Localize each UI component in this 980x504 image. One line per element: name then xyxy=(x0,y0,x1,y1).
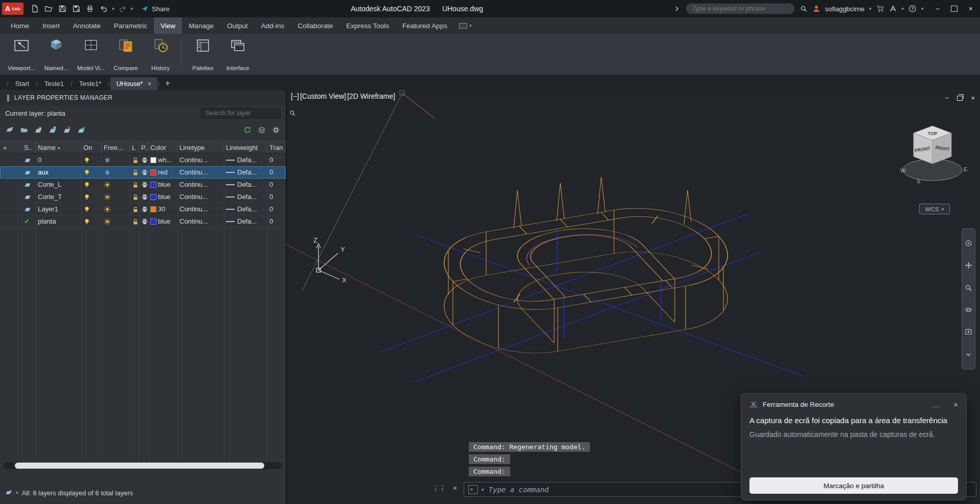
snipping-tool-notification[interactable]: Ferramenta de Recorte … × A captura de e… xyxy=(741,393,967,500)
column-header-lineweight[interactable]: Lineweight xyxy=(224,142,267,153)
layer-linetype-cell[interactable]: Continu... xyxy=(177,203,224,215)
command-prompt-icon[interactable]: >_ xyxy=(468,485,478,494)
maximize-window-button[interactable] xyxy=(951,6,958,12)
show-motion-button[interactable] xyxy=(964,327,974,337)
autodesk-apps-icon[interactable] xyxy=(889,5,897,13)
compass-west-label[interactable]: W xyxy=(900,167,906,173)
expand-search-icon[interactable] xyxy=(673,5,681,13)
user-avatar-icon[interactable] xyxy=(812,5,821,13)
save-as-button[interactable] xyxy=(70,3,82,15)
layer-filter-icon[interactable] xyxy=(5,489,12,496)
ribbon-tab-home[interactable]: Home xyxy=(4,17,36,34)
layer-plot-cell[interactable] xyxy=(139,166,148,178)
ribbon-button-palettes[interactable]: Palettes xyxy=(186,34,220,75)
viewport-controls-toggle[interactable]: [−] xyxy=(291,92,299,100)
ribbon-button-interface[interactable]: Interface xyxy=(220,34,255,75)
layer-plot-cell[interactable] xyxy=(139,215,148,227)
layer-status-cell[interactable] xyxy=(22,154,36,166)
layer-lock-cell[interactable] xyxy=(130,179,139,190)
command-close-icon[interactable]: × xyxy=(453,484,457,492)
share-button[interactable]: Share xyxy=(141,5,170,13)
layer-on-cell[interactable] xyxy=(81,215,102,227)
layer-color-cell[interactable]: 30 xyxy=(148,203,177,215)
viewport-restore-button[interactable] xyxy=(957,96,963,101)
ribbon-tab-featured-apps[interactable]: Featured Apps xyxy=(396,17,454,34)
open-folder-button[interactable] xyxy=(42,3,55,15)
layer-color-cell[interactable]: blue xyxy=(148,215,177,227)
layer-linetype-cell[interactable]: Continu... xyxy=(177,215,224,227)
viewport-style-menu[interactable]: [2D Wireframe] xyxy=(347,92,395,100)
close-tab-icon[interactable]: × xyxy=(148,80,151,87)
filter-caret-icon[interactable]: ▾ xyxy=(16,490,18,495)
ribbon-tab-view[interactable]: View xyxy=(154,17,182,34)
layer-on-cell[interactable] xyxy=(81,166,102,178)
layer-row-aux[interactable]: auxredContinu...Defa...0 xyxy=(0,166,286,179)
notification-menu-icon[interactable]: … xyxy=(932,400,940,409)
layer-lock-cell[interactable] xyxy=(130,191,139,203)
search-icon[interactable] xyxy=(800,5,808,13)
new-layer-vp-button[interactable] xyxy=(48,125,58,135)
dropdown-caret-icon[interactable]: ▾ xyxy=(131,6,133,11)
layer-plot-cell[interactable] xyxy=(139,191,148,203)
notification-close-icon[interactable]: × xyxy=(953,400,958,409)
drawing-canvas[interactable]: Z Y X [−] [Custom View] [2D Wireframe] −… xyxy=(287,90,980,504)
delete-layer-button[interactable] xyxy=(62,125,72,135)
column-header-on[interactable]: On xyxy=(81,142,102,153)
layer-status-cell[interactable] xyxy=(22,179,36,190)
ribbon-tab-add-ins[interactable]: Add-ins xyxy=(254,17,291,34)
ribbon-button-named-views[interactable]: Named... xyxy=(39,34,74,75)
refresh-button[interactable] xyxy=(242,125,253,135)
cart-icon[interactable] xyxy=(876,5,884,13)
layer-lineweight-cell[interactable]: Defa... xyxy=(224,166,267,178)
layer-lock-cell[interactable] xyxy=(130,154,139,166)
palette-header[interactable]: ▐ LAYER PROPERTIES MANAGER xyxy=(0,90,286,105)
ribbon-display-toggle[interactable]: ▾ xyxy=(459,17,472,34)
ribbon-button-history[interactable]: History xyxy=(143,34,178,75)
layer-name-cell[interactable]: 0 xyxy=(36,154,81,166)
layer-name-cell[interactable]: aux xyxy=(36,166,81,178)
new-property-filter-button[interactable] xyxy=(5,125,15,135)
layer-freeze-cell[interactable] xyxy=(102,166,130,178)
layer-transparency-cell[interactable]: 0 xyxy=(267,215,286,227)
ribbon-button-model-viewports[interactable]: Model Vi... xyxy=(74,34,108,75)
layer-transparency-cell[interactable]: 0 xyxy=(267,203,286,215)
settings-button[interactable] xyxy=(271,125,281,135)
undo-button[interactable] xyxy=(98,3,110,15)
layer-transparency-cell[interactable]: 0 xyxy=(267,179,286,190)
layer-lineweight-cell[interactable]: Defa... xyxy=(224,203,267,215)
apps-caret-icon[interactable]: ▾ xyxy=(902,6,904,11)
column-header-linetype[interactable]: Linetype xyxy=(177,142,224,153)
column-header-color[interactable]: Color xyxy=(148,142,177,153)
ribbon-tab-insert[interactable]: Insert xyxy=(36,17,66,34)
layer-lineweight-cell[interactable]: Defa... xyxy=(224,179,267,190)
save-button[interactable] xyxy=(56,3,69,15)
layer-status-cell[interactable] xyxy=(22,191,36,203)
collapse-palette-button[interactable]: » xyxy=(0,142,22,153)
layer-name-cell[interactable]: planta xyxy=(36,215,81,227)
global-search-box[interactable] xyxy=(686,3,795,14)
column-header-name[interactable]: Name▲ xyxy=(36,142,81,153)
layer-transparency-cell[interactable]: 0 xyxy=(267,191,286,203)
ribbon-tab-express-tools[interactable]: Express Tools xyxy=(339,17,396,34)
file-tab-uhouse[interactable]: UHouse*× xyxy=(110,77,157,90)
layer-color-cell[interactable]: blue xyxy=(148,191,177,203)
plot-button[interactable] xyxy=(84,3,96,15)
viewport-minimize-button[interactable]: − xyxy=(945,94,949,102)
layer-search-box[interactable] xyxy=(201,108,281,119)
layer-states-button[interactable] xyxy=(257,125,267,135)
zoom-button[interactable] xyxy=(964,282,974,293)
more-button[interactable] xyxy=(964,349,974,359)
layer-transparency-cell[interactable]: 0 xyxy=(267,154,286,166)
layer-status-cell[interactable]: ✓ xyxy=(22,215,36,227)
full-navigation-wheel-button[interactable] xyxy=(964,238,974,249)
layer-freeze-cell[interactable] xyxy=(102,191,130,203)
layer-status-cell[interactable] xyxy=(22,166,36,178)
column-header-tran[interactable]: Tran xyxy=(267,142,286,153)
layer-freeze-cell[interactable] xyxy=(102,179,130,190)
layer-row-Layer1[interactable]: Layer130Continu...Defa...0 xyxy=(0,203,286,215)
new-layer-button[interactable] xyxy=(33,125,43,135)
minimize-window-button[interactable]: − xyxy=(936,5,940,12)
command-drag-grip[interactable]: ⋮⋮ xyxy=(432,484,446,492)
set-current-button[interactable] xyxy=(76,125,86,135)
layer-linetype-cell[interactable]: Continu... xyxy=(177,166,224,178)
